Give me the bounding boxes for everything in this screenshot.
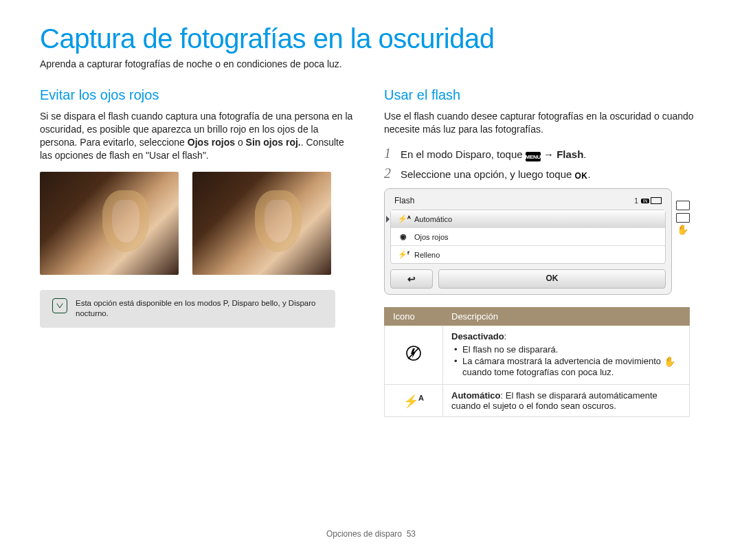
lcd-status: 1 IN bbox=[633, 197, 662, 205]
cell-desc: Desactivado: El flash no se disparará. L… bbox=[443, 326, 690, 385]
section-heading-flash: Usar el flash bbox=[384, 87, 702, 103]
example-photos bbox=[40, 172, 358, 275]
text: En el modo Disparo, toque bbox=[401, 148, 526, 160]
step-2: 2 Seleccione una opción, y luego toque O… bbox=[384, 166, 702, 181]
note-text: Esta opción está disponible en los modos… bbox=[76, 298, 323, 320]
menu-icon: MENU bbox=[526, 152, 541, 161]
ok-button[interactable]: OK bbox=[438, 269, 666, 289]
text: o bbox=[235, 137, 246, 148]
text: . bbox=[583, 148, 586, 160]
left-column: Evitar los ojos rojos Si se dispara el f… bbox=[40, 87, 358, 417]
lcd-storage-icon: IN bbox=[641, 199, 649, 203]
text: : bbox=[504, 331, 507, 341]
redeye-icon: ◉ bbox=[398, 232, 409, 241]
example-photo-corrected bbox=[192, 172, 331, 275]
col-header-desc: Descripción bbox=[443, 308, 690, 326]
footer-section: Opciones de disparo bbox=[326, 529, 402, 539]
cell-desc: Automático: El flash se disparará automá… bbox=[443, 385, 690, 417]
option-label: Automático bbox=[414, 215, 452, 223]
bullet: La cámara mostrará la advertencia de mov… bbox=[462, 356, 681, 377]
text: cuando tome fotografías con poca luz. bbox=[462, 367, 614, 377]
option-redeye[interactable]: ◉ Ojos rojos bbox=[391, 228, 665, 246]
side-status-icons: ✋ bbox=[676, 188, 690, 235]
step-1: 1 En el modo Disparo, toque MENU → Flash… bbox=[384, 146, 702, 162]
table-row: Desactivado: El flash no se disparará. L… bbox=[385, 326, 690, 385]
option-label: Ojos rojos bbox=[414, 233, 449, 241]
steps-list: 1 En el modo Disparo, toque MENU → Flash… bbox=[384, 146, 702, 182]
shake-warning-icon: ✋ bbox=[676, 225, 688, 235]
flash-off-icon bbox=[385, 326, 443, 385]
ok-icon: OK bbox=[575, 171, 588, 181]
step-number: 1 bbox=[384, 146, 394, 161]
status-icon bbox=[676, 201, 690, 210]
col-header-icon: Icono bbox=[385, 308, 443, 326]
text: → bbox=[541, 148, 556, 160]
lcd-count: 1 bbox=[633, 197, 640, 205]
flash-auto-icon: ⚡ᴬ bbox=[398, 214, 409, 223]
text: La cámara mostrará la advertencia de mov… bbox=[462, 356, 664, 366]
note-icon bbox=[52, 298, 67, 313]
text: Seleccione una opción, y luego toque bbox=[401, 168, 575, 180]
camera-lcd-panel: Flash 1 IN ⚡ᴬ Automático ◉ bbox=[384, 188, 690, 295]
lcd-screen: Flash 1 IN ⚡ᴬ Automático ◉ bbox=[384, 188, 672, 295]
lcd-battery-icon bbox=[651, 197, 662, 204]
footer-page-number: 53 bbox=[407, 529, 416, 539]
step-number: 2 bbox=[384, 166, 394, 181]
note-box: Esta opción está disponible en los modos… bbox=[40, 290, 335, 328]
flash-fill-icon: ⚡ᶠ bbox=[398, 250, 409, 259]
text-bold: Flash bbox=[556, 148, 583, 160]
row-title: Desactivado bbox=[451, 331, 504, 341]
row-title: Automático bbox=[451, 390, 501, 401]
flash-description-table: Icono Descripción Desactivado: El flash … bbox=[384, 307, 690, 417]
shake-warning-icon: ✋ bbox=[664, 356, 675, 367]
text: . bbox=[588, 168, 591, 180]
page-title: Captura de fotografías en la oscuridad bbox=[40, 23, 702, 54]
back-button[interactable]: ↩ bbox=[390, 269, 433, 289]
bullet: El flash no se disparará. bbox=[462, 344, 681, 355]
text-bold: Ojos rojos bbox=[188, 137, 235, 148]
section-heading-redeye: Evitar los ojos rojos bbox=[40, 87, 358, 103]
option-auto[interactable]: ⚡ᴬ Automático bbox=[391, 210, 665, 228]
flash-paragraph: Use el flash cuando desee capturar fotog… bbox=[384, 110, 702, 136]
flash-auto-icon: ⚡A bbox=[385, 385, 443, 417]
example-photo-redeye bbox=[40, 172, 179, 275]
flash-options: ⚡ᴬ Automático ◉ Ojos rojos ⚡ᶠ Relleno bbox=[390, 210, 666, 264]
lcd-title: Flash bbox=[394, 196, 414, 205]
option-fill[interactable]: ⚡ᶠ Relleno bbox=[391, 246, 665, 263]
option-label: Relleno bbox=[414, 251, 440, 259]
status-icon bbox=[676, 213, 690, 223]
right-column: Usar el flash Use el flash cuando desee … bbox=[384, 87, 702, 417]
redeye-paragraph: Si se dispara el flash cuando captura un… bbox=[40, 110, 358, 162]
text-bold: Sin ojos roj. bbox=[246, 137, 301, 148]
page-subtitle: Aprenda a capturar fotografías de noche … bbox=[40, 58, 702, 69]
table-row: ⚡A Automático: El flash se disparará aut… bbox=[385, 385, 690, 417]
page-footer: Opciones de disparo 53 bbox=[0, 529, 742, 539]
